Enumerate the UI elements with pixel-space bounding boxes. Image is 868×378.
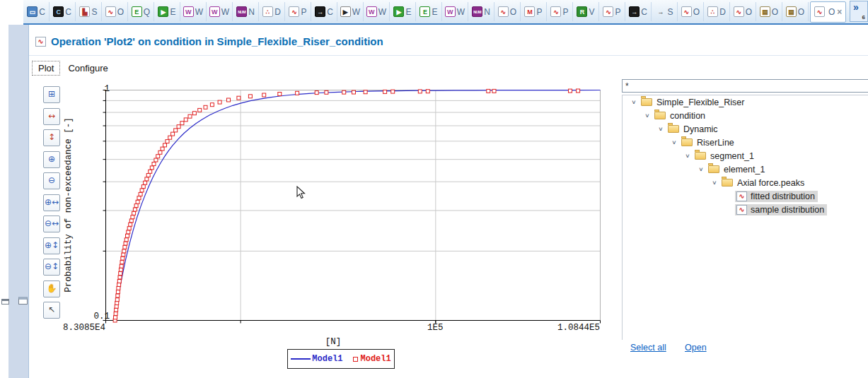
select-all-link[interactable]: Select all bbox=[630, 343, 666, 353]
editor-tab[interactable]: WW bbox=[207, 2, 233, 21]
tree-row[interactable]: ∨Dynamic bbox=[623, 122, 868, 136]
editor-tab[interactable]: ∿P bbox=[547, 2, 573, 21]
folder-icon bbox=[695, 152, 706, 160]
editor-tab[interactable]: ∿O bbox=[678, 2, 704, 21]
editor-tab-active[interactable]: ∿ O × bbox=[810, 1, 846, 23]
sample-distribution-marker bbox=[120, 264, 123, 268]
restore-view-icon[interactable] bbox=[18, 297, 28, 305]
zoom-in-horizontal-button[interactable]: ⊕↔ bbox=[43, 194, 60, 211]
editor-tab-label: O bbox=[117, 7, 124, 17]
editor-tab[interactable]: →S bbox=[652, 2, 678, 21]
expander-chevron-icon[interactable]: ∨ bbox=[654, 126, 668, 132]
tree-row[interactable]: ∿fitted distribution bbox=[623, 189, 868, 203]
sample-distribution-marker bbox=[262, 93, 266, 97]
editor-tab[interactable]: ▶E bbox=[390, 2, 416, 21]
zoom-out-horizontal-button[interactable]: ⊖↔ bbox=[43, 215, 60, 232]
zoom-to-fit-button[interactable]: ⊞ bbox=[43, 86, 60, 103]
expander-chevron-icon[interactable]: ∨ bbox=[640, 112, 654, 119]
editor-tab-label: D bbox=[719, 7, 726, 17]
tree-row[interactable]: ∨element_1 bbox=[623, 163, 868, 176]
select-button[interactable]: ↖ bbox=[43, 302, 60, 319]
zoom-in-button[interactable]: ⊕ bbox=[43, 151, 60, 168]
editor-tab[interactable]: EE bbox=[416, 2, 442, 21]
zoom-out-button[interactable]: ⊖ bbox=[43, 172, 60, 189]
editor-tab[interactable]: →C bbox=[625, 2, 652, 21]
tree-row[interactable]: ∨condition bbox=[623, 109, 868, 122]
clipboard-icon: ▤ bbox=[760, 6, 770, 17]
tree-item-label: fitted distribution bbox=[751, 191, 815, 201]
editor-tab[interactable]: ▶E bbox=[154, 2, 180, 21]
editor-tab[interactable]: ∴D bbox=[704, 2, 730, 21]
expander-chevron-icon[interactable]: ∨ bbox=[707, 179, 722, 186]
sample-distribution-marker bbox=[145, 177, 149, 181]
close-icon[interactable]: × bbox=[837, 7, 842, 17]
editor-tab[interactable]: →C bbox=[311, 2, 337, 21]
editor-tab[interactable]: ▤O bbox=[782, 2, 809, 21]
editor-tab[interactable]: WW bbox=[180, 2, 207, 21]
fit-horizontal-button[interactable]: ↔ bbox=[43, 108, 60, 125]
sample-distribution-marker bbox=[120, 261, 124, 264]
sample-distribution-marker bbox=[117, 286, 120, 290]
tree-item-label: segment_1 bbox=[710, 151, 754, 161]
sample-distribution-marker bbox=[140, 189, 144, 192]
editor-tab-label: O bbox=[693, 7, 700, 17]
editor-tab-label: S bbox=[667, 7, 673, 17]
expander-chevron-icon[interactable]: ∨ bbox=[681, 153, 695, 159]
probability-plot-canvas[interactable] bbox=[105, 90, 601, 326]
legend-line-marker bbox=[291, 358, 311, 360]
tab-configure[interactable]: Configure bbox=[62, 61, 114, 76]
editor-tab[interactable]: RV bbox=[573, 2, 599, 21]
editor-tab[interactable]: ∿O bbox=[730, 2, 756, 21]
peaks-icon: M bbox=[524, 6, 535, 17]
zoom-out-vertical-button[interactable]: ⊖↕ bbox=[43, 259, 60, 276]
tree-row[interactable]: ∨RiserLine bbox=[623, 136, 868, 149]
sample-distribution-marker bbox=[136, 200, 139, 203]
sample-distribution-marker bbox=[116, 294, 120, 297]
tree-row[interactable]: ∿sample distribution bbox=[623, 203, 868, 216]
editor-tab[interactable]: WW bbox=[364, 2, 390, 21]
editor-tab[interactable]: EQ bbox=[128, 2, 154, 21]
sample-distribution-marker bbox=[152, 163, 156, 166]
expander-chevron-icon[interactable]: ∨ bbox=[627, 99, 641, 105]
fit-vertical-button[interactable]: ↕ bbox=[43, 129, 60, 146]
editor-tab[interactable]: ∿P bbox=[285, 2, 311, 21]
editor-tab[interactable]: MP bbox=[521, 2, 547, 21]
tree-row[interactable]: ∨Axial force.peaks bbox=[623, 176, 868, 189]
editor-overflow-chevron[interactable]: » 6 bbox=[850, 1, 868, 22]
tree-item-label: Axial force.peaks bbox=[737, 178, 804, 188]
editor-tab[interactable]: ▭C bbox=[23, 2, 50, 21]
header-divider bbox=[29, 55, 868, 56]
expander-chevron-icon[interactable]: ∨ bbox=[694, 166, 708, 172]
open-link[interactable]: Open bbox=[685, 343, 707, 353]
editor-tab[interactable]: NUMN bbox=[468, 2, 494, 21]
editor-tab[interactable]: ▤O bbox=[756, 2, 782, 21]
editor-tab[interactable]: ∿O bbox=[494, 2, 521, 21]
editor-tab-label: W bbox=[457, 7, 465, 17]
zoom-in-vertical-button[interactable]: ⊕↕ bbox=[43, 237, 60, 254]
sample-distribution-marker bbox=[118, 276, 122, 279]
editor-tab-label: O bbox=[798, 7, 804, 17]
tree-row[interactable]: ∨segment_1 bbox=[623, 149, 868, 163]
editor-tab[interactable]: ∿P bbox=[599, 2, 625, 21]
num-icon: NUM bbox=[472, 6, 482, 17]
editor-tab[interactable]: ∴D bbox=[259, 2, 285, 21]
editor-tab-label: W bbox=[221, 7, 229, 17]
tab-plot[interactable]: Plot bbox=[32, 61, 60, 76]
pan-button[interactable]: ✋ bbox=[43, 280, 60, 297]
play-icon: ▶ bbox=[158, 6, 168, 17]
editor-tab[interactable]: ▶W bbox=[337, 2, 364, 21]
editor-tab-label: C bbox=[641, 7, 647, 17]
editor-tab[interactable]: CC bbox=[50, 2, 76, 21]
plot-icon: ∿ bbox=[814, 6, 825, 17]
minimized-view-icon[interactable] bbox=[1, 299, 9, 305]
editor-tab[interactable]: NUMN bbox=[233, 2, 259, 21]
editor-tab[interactable]: ▙S bbox=[76, 2, 102, 21]
sample-distribution-marker bbox=[137, 196, 141, 200]
legend-entry-sample: Model1 bbox=[361, 354, 391, 364]
tree-row[interactable]: ∨Simple_Flexible_Riser bbox=[623, 95, 868, 109]
tree-filter-input[interactable] bbox=[622, 79, 868, 93]
expander-chevron-icon[interactable]: ∨ bbox=[667, 139, 681, 146]
editor-tab[interactable]: ∿O bbox=[102, 2, 128, 21]
document-tabs: PlotConfigure bbox=[32, 61, 116, 76]
editor-tab[interactable]: WW bbox=[442, 2, 468, 21]
